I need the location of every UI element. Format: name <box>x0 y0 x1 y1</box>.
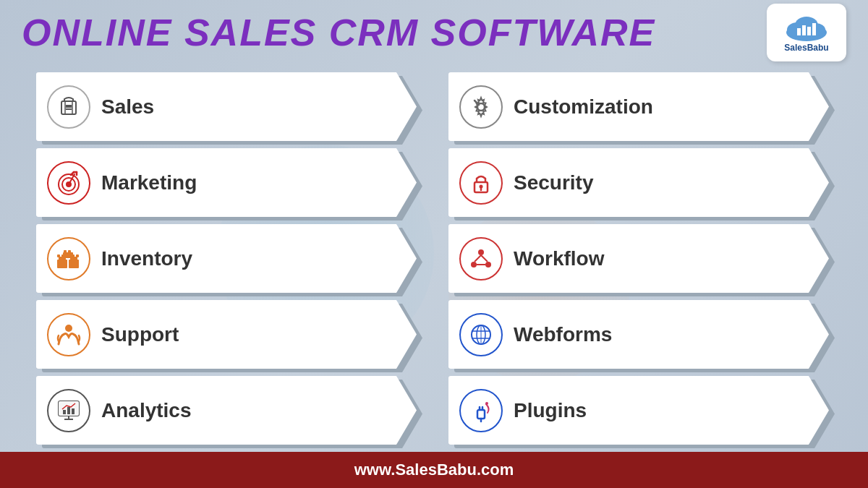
workflow-label: Workflow <box>514 247 604 270</box>
svg-rect-27 <box>61 254 64 257</box>
svg-rect-10 <box>69 105 72 108</box>
analytics-icon <box>47 389 90 432</box>
svg-rect-11 <box>66 108 72 110</box>
svg-line-49 <box>481 255 488 262</box>
logo-text: SalesBabu <box>784 43 828 53</box>
svg-point-32 <box>65 325 72 332</box>
customization-label: Customization <box>514 95 653 119</box>
svg-rect-6 <box>807 27 811 35</box>
svg-rect-35 <box>63 410 66 414</box>
footer-url: www.SalesBabu.com <box>354 461 514 479</box>
support-icon <box>47 313 90 356</box>
svg-rect-29 <box>76 254 79 257</box>
left-column: Sales <box>36 72 420 445</box>
list-item: Marketing <box>36 148 420 217</box>
list-item: Analytics <box>36 376 420 445</box>
footer: www.SalesBabu.com <box>0 452 868 488</box>
plugins-label: Plugins <box>514 399 587 422</box>
list-item: Sales <box>36 72 420 141</box>
marketing-icon <box>47 161 90 205</box>
list-item: Plugins <box>448 376 832 445</box>
svg-line-48 <box>475 255 481 262</box>
webforms-icon <box>459 313 503 356</box>
workflow-icon <box>459 237 503 281</box>
svg-rect-4 <box>797 28 801 35</box>
list-item: Customization <box>448 72 832 141</box>
svg-rect-30 <box>64 250 67 253</box>
svg-point-46 <box>471 262 477 267</box>
logo-icon <box>781 12 832 43</box>
marketing-label: Marketing <box>101 171 197 194</box>
svg-rect-25 <box>63 252 73 258</box>
sales-label: Sales <box>101 95 154 119</box>
security-icon <box>459 161 503 205</box>
list-item: Support <box>36 300 420 369</box>
list-item: Inventory <box>36 224 420 293</box>
inventory-label: Inventory <box>101 247 192 270</box>
svg-rect-5 <box>802 25 806 35</box>
svg-rect-37 <box>72 408 75 414</box>
svg-rect-7 <box>812 23 816 35</box>
svg-rect-31 <box>68 250 71 253</box>
svg-rect-36 <box>67 407 70 414</box>
header: ONLINE SALES CRM SOFTWARE SalesBabu <box>0 0 868 65</box>
security-label: Security <box>514 171 594 194</box>
sales-icon <box>47 85 90 129</box>
svg-point-47 <box>485 262 491 267</box>
logo: SalesBabu <box>767 4 846 61</box>
svg-rect-28 <box>72 254 75 257</box>
svg-point-45 <box>478 249 484 255</box>
svg-rect-56 <box>477 410 485 419</box>
list-item: Security <box>448 148 832 217</box>
support-label: Support <box>101 323 179 346</box>
inventory-icon <box>47 237 90 281</box>
analytics-label: Analytics <box>101 399 192 422</box>
svg-rect-9 <box>66 105 69 108</box>
svg-point-60 <box>485 402 488 405</box>
svg-rect-26 <box>57 254 60 257</box>
webforms-label: Webforms <box>514 323 612 346</box>
right-column: Customization Security <box>448 72 832 445</box>
list-item: Workflow <box>448 224 832 293</box>
list-item: Webforms <box>448 300 832 369</box>
plugins-icon <box>459 389 503 432</box>
page-title: ONLINE SALES CRM SOFTWARE <box>22 11 655 54</box>
customization-icon <box>459 85 503 129</box>
